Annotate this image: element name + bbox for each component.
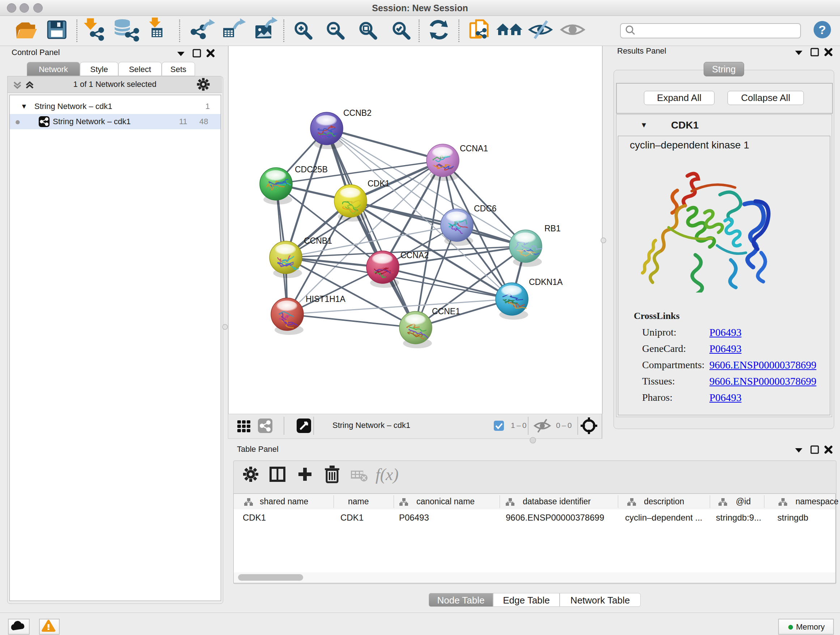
svg-text:CCNB1: CCNB1 [304, 236, 332, 245]
svg-text:CDKN1A: CDKN1A [529, 277, 563, 287]
svg-text:CCNA2: CCNA2 [401, 250, 429, 260]
svg-text:CDK1: CDK1 [368, 179, 390, 188]
svg-text:CCNB2: CCNB2 [343, 108, 371, 118]
svg-text:RB1: RB1 [545, 224, 561, 233]
svg-text:CCNE1: CCNE1 [432, 307, 460, 316]
svg-text:CDC6: CDC6 [474, 204, 497, 213]
svg-text:CCNA1: CCNA1 [460, 144, 488, 153]
svg-text:CDC25B: CDC25B [295, 165, 328, 174]
svg-text:f(x): f(x) [376, 465, 399, 484]
svg-text:?: ? [819, 23, 826, 36]
svg-text:HIST1H1A: HIST1H1A [306, 295, 346, 304]
